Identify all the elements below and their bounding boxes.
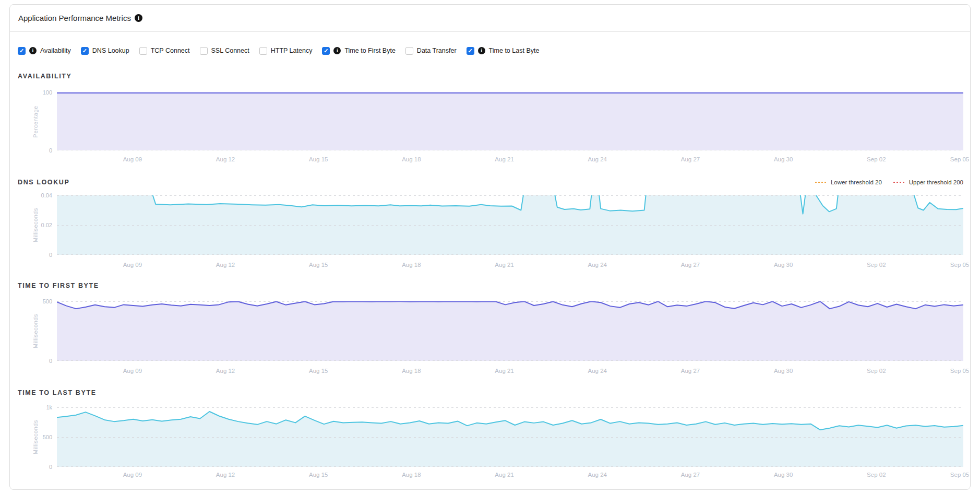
info-icon[interactable]: i xyxy=(135,14,142,22)
x-tick-label: Aug 15 xyxy=(309,156,328,162)
chart-section-head: DNS LOOKUPLower threshold 20Upper thresh… xyxy=(18,178,963,186)
plot-area-dns-lookup[interactable] xyxy=(57,195,963,255)
series-line-availability xyxy=(57,92,963,150)
x-tick-label: Aug 30 xyxy=(774,262,793,268)
filter-label: HTTP Latency xyxy=(271,47,313,54)
y-tick-label: 500 xyxy=(43,434,52,440)
filter-checkbox-ssl-connect[interactable]: SSL Connect xyxy=(200,47,249,55)
y-tick-label: 0 xyxy=(49,147,52,154)
x-tick-label: Aug 30 xyxy=(774,156,793,162)
x-tick-label: Aug 27 xyxy=(681,368,700,374)
plot-area-availability[interactable] xyxy=(57,92,963,150)
x-tick-label: Aug 18 xyxy=(402,262,421,268)
y-axis-label: Percentage xyxy=(32,105,39,137)
legend-item-lower-threshold-20[interactable]: Lower threshold 20 xyxy=(815,179,882,185)
x-tick-label: Aug 15 xyxy=(309,472,328,478)
y-axis: Milliseconds5000 xyxy=(18,301,57,361)
y-axis-label: Milliseconds xyxy=(32,314,39,348)
legend-item-upper-threshold-200[interactable]: Upper threshold 200 xyxy=(893,179,963,185)
y-tick-label: 0 xyxy=(49,252,52,258)
y-axis: Milliseconds0.040.020 xyxy=(18,195,57,255)
plot-area-time-to-last-byte[interactable] xyxy=(57,407,963,467)
y-axis-label: Milliseconds xyxy=(32,208,39,242)
filter-label: Data Transfer xyxy=(417,47,457,54)
series-line-dns-lookup xyxy=(57,195,963,255)
x-tick-label: Sep 02 xyxy=(867,156,886,162)
filter-checkbox-http-latency[interactable]: HTTP Latency xyxy=(259,47,313,55)
checkbox-checked-icon[interactable]: ✓ xyxy=(467,47,474,55)
x-tick-label: Sep 02 xyxy=(867,368,886,374)
x-tick-label: Aug 24 xyxy=(588,472,607,478)
x-tick-label: Aug 21 xyxy=(495,368,513,374)
y-axis-label: Milliseconds xyxy=(32,420,39,454)
card-header: Application Performance Metrics i xyxy=(10,5,970,32)
series-line-time-to-last-byte xyxy=(57,407,963,467)
x-tick-label: Aug 15 xyxy=(309,262,328,268)
x-tick-label: Aug 24 xyxy=(588,368,607,374)
x-axis-labels: Aug 09Aug 12Aug 15Aug 18Aug 21Aug 24Aug … xyxy=(57,262,963,269)
legend-dash-swatch xyxy=(893,182,905,183)
x-tick-label: Aug 21 xyxy=(495,156,513,162)
x-tick-label: Sep 05 xyxy=(950,262,969,268)
checkbox-unchecked-icon[interactable] xyxy=(259,47,267,55)
x-tick-label: Aug 21 xyxy=(495,262,513,268)
legend-dash-swatch xyxy=(815,182,827,183)
filter-label: TCP Connect xyxy=(151,47,190,54)
checkbox-checked-icon[interactable]: ✓ xyxy=(322,47,330,55)
filter-checkbox-time-to-last-byte[interactable]: ✓iTime to Last Byte xyxy=(467,47,540,55)
y-tick-label: 0.02 xyxy=(41,222,52,228)
filter-label: Time to Last Byte xyxy=(489,47,540,54)
y-tick-label: 0.04 xyxy=(41,192,52,198)
charts-container: AVAILABILITYPercentage1000Aug 09Aug 12Au… xyxy=(10,72,970,479)
filter-label: DNS Lookup xyxy=(92,47,129,54)
y-axis: Milliseconds1k5000 xyxy=(18,407,57,467)
chart-title-availability: AVAILABILITY xyxy=(18,73,71,80)
filter-checkbox-availability[interactable]: ✓iAvailability xyxy=(18,47,71,55)
x-axis-labels: Aug 09Aug 12Aug 15Aug 18Aug 21Aug 24Aug … xyxy=(57,472,963,479)
filter-label: SSL Connect xyxy=(211,47,249,54)
legend-label: Lower threshold 20 xyxy=(831,179,882,185)
filter-checkbox-tcp-connect[interactable]: TCP Connect xyxy=(139,47,190,55)
chart-section-time-to-first-byte: TIME TO FIRST BYTEMilliseconds5000Aug 09… xyxy=(10,281,970,375)
info-icon[interactable]: i xyxy=(29,47,37,54)
x-tick-label: Sep 02 xyxy=(867,262,886,268)
x-tick-label: Aug 12 xyxy=(216,156,235,162)
filter-label: Availability xyxy=(40,47,71,54)
x-tick-label: Aug 09 xyxy=(123,472,142,478)
chart-title-dns-lookup: DNS LOOKUP xyxy=(18,179,69,186)
x-tick-label: Aug 09 xyxy=(123,156,142,162)
x-tick-label: Aug 15 xyxy=(309,368,328,374)
x-tick-label: Sep 02 xyxy=(867,472,886,478)
x-tick-label: Sep 05 xyxy=(950,156,969,162)
x-tick-label: Aug 18 xyxy=(402,156,421,162)
x-tick-label: Aug 27 xyxy=(681,156,700,162)
y-tick-label: 100 xyxy=(43,89,52,96)
x-tick-label: Sep 05 xyxy=(950,368,969,374)
y-axis: Percentage1000 xyxy=(18,92,57,150)
checkbox-checked-icon[interactable]: ✓ xyxy=(18,47,26,55)
x-tick-label: Aug 27 xyxy=(681,262,700,268)
x-tick-label: Aug 21 xyxy=(495,472,513,478)
x-axis-labels: Aug 09Aug 12Aug 15Aug 18Aug 21Aug 24Aug … xyxy=(57,368,963,375)
filter-label: Time to First Byte xyxy=(344,47,395,54)
x-tick-label: Aug 09 xyxy=(123,368,142,374)
chart-section-time-to-last-byte: TIME TO LAST BYTEMilliseconds1k5000Aug 0… xyxy=(10,389,970,479)
chart-section-dns-lookup: DNS LOOKUPLower threshold 20Upper thresh… xyxy=(10,178,970,269)
x-axis-labels: Aug 09Aug 12Aug 15Aug 18Aug 21Aug 24Aug … xyxy=(57,156,963,163)
chart-section-head: TIME TO FIRST BYTE xyxy=(18,281,963,290)
chart-section-head: AVAILABILITY xyxy=(18,72,963,80)
info-icon[interactable]: i xyxy=(333,47,341,54)
filter-checkbox-data-transfer[interactable]: Data Transfer xyxy=(405,47,457,55)
checkbox-checked-icon[interactable]: ✓ xyxy=(81,47,89,55)
info-icon[interactable]: i xyxy=(478,47,485,54)
plot-area-time-to-first-byte[interactable] xyxy=(57,301,963,361)
checkbox-unchecked-icon[interactable] xyxy=(405,47,413,55)
filter-checkbox-dns-lookup[interactable]: ✓DNS Lookup xyxy=(81,47,129,55)
y-tick-label: 1k xyxy=(46,404,52,410)
filter-checkbox-time-to-first-byte[interactable]: ✓iTime to First Byte xyxy=(322,47,395,55)
checkbox-unchecked-icon[interactable] xyxy=(200,47,208,55)
checkbox-unchecked-icon[interactable] xyxy=(139,47,147,55)
y-tick-label: 0 xyxy=(49,464,52,470)
x-tick-label: Aug 24 xyxy=(588,156,607,162)
y-tick-label: 0 xyxy=(49,358,52,364)
